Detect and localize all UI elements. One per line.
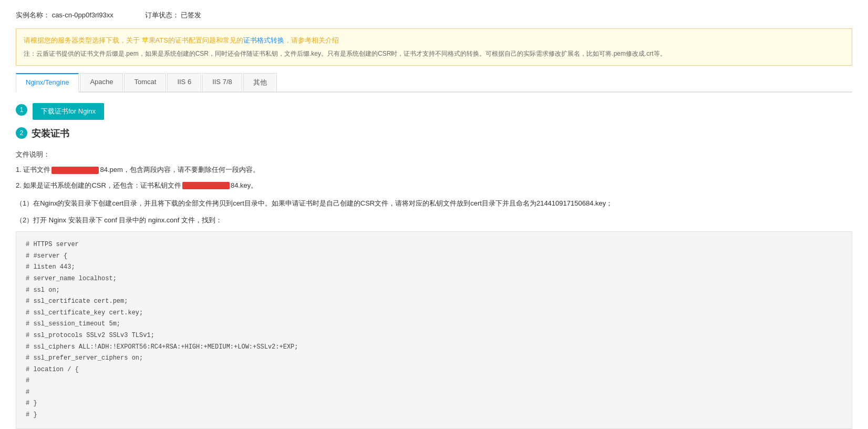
alert-box: 请根据您的服务器类型选择下载，关于 苹果ATS的证书配置问题和常见的证书格式转换…	[16, 28, 852, 66]
order-status: 订单状态： 已签发	[145, 11, 202, 20]
instance-info: 实例名称： cas-cn-0pp0f3rl93xx 订单状态： 已签发	[16, 11, 852, 20]
step1-badge: 1	[16, 104, 27, 116]
file-description: 文件说明： 1. 证书文件84.pem，包含两段内容，请不要删除任何一段内容。 …	[16, 148, 852, 191]
file-item2: 2. 如果是证书系统创建的CSR，还包含：证书私钥文件84.key。	[16, 179, 852, 191]
alert-note: 注：云盾证书提供的证书文件后缀是.pem，如果是系统创建的CSR，同时还会伴随证…	[24, 48, 844, 60]
file-item2-redacted	[182, 182, 230, 189]
tab-bar: Nginx/Tengine Apache Tomcat IIS 6 IIS 7/…	[16, 73, 852, 93]
alert-title-suffix: ，关于 苹果ATS的证书配置问题和常见的	[119, 36, 243, 44]
instance-label: 实例名称： cas-cn-0pp0f3rl93xx	[16, 11, 113, 20]
cert-format-link[interactable]: 证书格式转换	[243, 36, 284, 44]
alert-title-end: ，请参考相关介绍	[284, 36, 339, 44]
file-item1-prefix: 1. 证书文件	[16, 166, 50, 173]
code-block: # HTTPS server # #server { # listen 443;…	[16, 231, 852, 429]
file-item1-redacted	[51, 167, 99, 174]
file-item1: 1. 证书文件84.pem，包含两段内容，请不要删除任何一段内容。	[16, 164, 852, 176]
tab-apache[interactable]: Apache	[80, 73, 123, 91]
file-desc-title: 文件说明：	[16, 148, 852, 160]
file-item2-suffix: 84.key。	[231, 181, 257, 189]
instance-label-text: 实例名称：	[16, 11, 50, 19]
order-label-text: 订单状态：	[145, 11, 179, 19]
tab-other[interactable]: 其他	[243, 73, 277, 91]
file-item2-prefix: 2. 如果是证书系统创建的CSR，还包含：证书私钥文件	[16, 181, 181, 189]
step1-row: 1 下载证书for Nginx	[16, 103, 852, 120]
tab-nginx-tengine[interactable]: Nginx/Tengine	[16, 73, 79, 93]
step2-title: 安装证书	[32, 127, 69, 140]
step2-header-row: 2 安装证书	[16, 127, 852, 140]
order-status-value: 已签发	[181, 11, 201, 19]
tab-iis6[interactable]: IIS 6	[167, 73, 201, 91]
step2-content: 文件说明： 1. 证书文件84.pem，包含两段内容，请不要删除任何一段内容。 …	[16, 148, 852, 429]
tab-tomcat[interactable]: Tomcat	[124, 73, 166, 91]
instruction2: （2）打开 Nginx 安装目录下 conf 目录中的 nginx.conf 文…	[16, 213, 852, 227]
page-container: 实例名称： cas-cn-0pp0f3rl93xx 订单状态： 已签发 请根据您…	[0, 0, 868, 429]
file-item1-suffix: 84.pem，包含两段内容，请不要删除任何一段内容。	[100, 166, 259, 173]
step2-badge: 2	[16, 127, 27, 139]
alert-title-text: 请根据您的服务器类型选择下载	[24, 36, 119, 44]
instance-name-value: cas-cn-0pp0f3rl93xx	[52, 11, 113, 19]
alert-title: 请根据您的服务器类型选择下载，关于 苹果ATS的证书配置问题和常见的证书格式转换…	[24, 34, 844, 46]
instruction1: （1）在Nginx的安装目录下创建cert目录，并且将下载的全部文件拷贝到cer…	[16, 197, 852, 210]
tab-iis78[interactable]: IIS 7/8	[202, 73, 242, 91]
download-button[interactable]: 下载证书for Nginx	[33, 103, 104, 120]
